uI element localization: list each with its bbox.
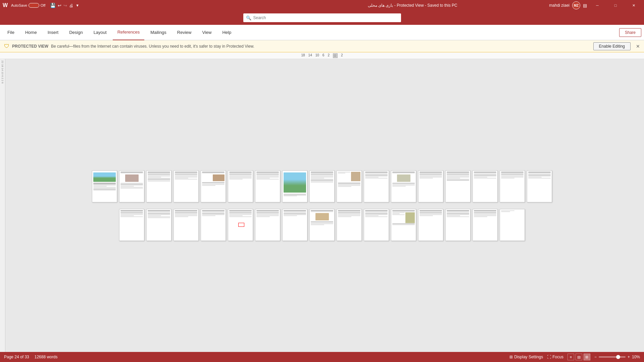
search-input[interactable] — [253, 15, 398, 20]
minimize-button[interactable]: ─ — [590, 0, 605, 11]
tab-layout[interactable]: Layout — [89, 25, 111, 40]
page-thumb-3[interactable] — [146, 170, 171, 202]
display-settings[interactable]: ⊞ Display Settings — [509, 355, 543, 359]
page-thumb-7[interactable] — [255, 170, 280, 202]
customize-icon[interactable]: ▼ — [76, 3, 79, 7]
tab-help[interactable]: Help — [217, 25, 236, 40]
thumb-image — [351, 172, 360, 181]
page-thumb-9[interactable] — [309, 170, 335, 202]
tab-home[interactable]: Home — [20, 25, 42, 40]
page-thumb-30[interactable] — [445, 209, 470, 241]
protected-view-label: PROTECTED VIEW — [12, 44, 48, 49]
page-info: Page 24 of 33 — [4, 355, 29, 359]
autosave-area: AutoSave Off — [11, 3, 45, 8]
left-ruler: 22 18 14 10 6 2 2 6 — [0, 59, 5, 352]
page-thumb-4[interactable] — [174, 170, 199, 202]
thumb-image — [284, 172, 306, 193]
thumbnails-row-1 — [92, 170, 552, 202]
redo-icon[interactable]: ↪ — [63, 3, 67, 8]
page-thumb-26[interactable] — [337, 209, 362, 241]
maximize-button[interactable]: □ — [608, 0, 623, 11]
thumb-image — [405, 212, 415, 223]
user-avatar[interactable]: MZ — [572, 1, 580, 9]
thumbnails-row-2 — [119, 209, 525, 241]
zoom-out-button[interactable]: − — [594, 355, 597, 359]
web-view-button[interactable]: ⊞ — [584, 354, 590, 360]
focus-icon: ⛶ — [547, 355, 551, 359]
page-thumb-10[interactable] — [337, 170, 362, 202]
page-thumb-25[interactable] — [309, 209, 335, 241]
ruler-mark: 10 — [315, 53, 319, 58]
tab-references[interactable]: References — [113, 25, 144, 40]
tab-design[interactable]: Design — [64, 25, 87, 40]
page-thumb-5[interactable] — [201, 170, 226, 202]
page-thumb-14[interactable] — [445, 170, 470, 202]
search-box[interactable]: 🔍 — [243, 13, 401, 22]
protected-bar-close[interactable]: ✕ — [636, 44, 640, 49]
protected-view-bar: 🛡 PROTECTED VIEW Be careful—files from t… — [0, 40, 644, 52]
read-view-button[interactable]: ≡ — [567, 354, 574, 360]
autosave-toggle[interactable] — [29, 3, 39, 8]
thumb-image — [213, 174, 225, 181]
page-thumb-12[interactable] — [391, 170, 416, 202]
statusbar-right: ⊞ Display Settings ⛶ Focus ≡ ▤ ⊞ − + 10% — [509, 354, 640, 360]
view-buttons: ≡ ▤ ⊞ — [567, 354, 590, 360]
print-preview-icon[interactable]: 🖨 — [69, 3, 73, 8]
thumb-image — [125, 174, 139, 182]
ruler: 18 14 10 6 2 ◻ 2 — [0, 52, 644, 59]
zoom-in-button[interactable]: + — [628, 355, 630, 359]
enable-editing-button[interactable]: Enable Editing — [593, 42, 631, 50]
ribbon: File Home Insert Design Layout Reference… — [0, 25, 644, 40]
titlebar: W AutoSave Off 💾 ↩ ↪ 🖨 ▼ بازی های محلی -… — [0, 0, 644, 11]
page-thumb-1[interactable] — [92, 170, 117, 202]
page-thumb-8[interactable] — [282, 170, 307, 202]
page-thumb-29[interactable] — [418, 209, 443, 241]
page-thumb-16[interactable] — [500, 170, 525, 202]
tab-file[interactable]: File — [3, 25, 19, 40]
titlebar-left: W AutoSave Off 💾 ↩ ↪ 🖨 ▼ — [3, 2, 276, 8]
ruler-mark: 14 — [308, 53, 312, 58]
autosave-state: Off — [41, 3, 45, 7]
red-highlight-box — [238, 223, 244, 227]
page-thumb-27[interactable] — [364, 209, 389, 241]
page-thumb-20[interactable] — [174, 209, 199, 241]
page-thumb-18[interactable] — [119, 209, 144, 241]
main-content: 22 18 14 10 6 2 2 6 — [0, 59, 644, 352]
page-thumb-31[interactable] — [473, 209, 498, 241]
thumb-image — [93, 172, 116, 182]
page-thumb-23[interactable] — [255, 209, 280, 241]
page-thumb-22[interactable] — [228, 209, 253, 241]
ruler-mark: 2 — [328, 53, 330, 58]
display-settings-icon: ⊞ — [509, 355, 513, 359]
close-button[interactable]: ✕ — [626, 0, 641, 11]
page-thumb-33[interactable] — [500, 209, 525, 241]
zoom-slider-thumb — [616, 355, 620, 359]
tab-review[interactable]: Review — [172, 25, 196, 40]
page-thumb-19[interactable] — [146, 209, 171, 241]
share-button[interactable]: Share — [619, 28, 641, 37]
page-thumb-17[interactable] — [527, 170, 552, 202]
zoom-slider[interactable] — [599, 356, 626, 358]
page-thumb-11[interactable] — [364, 170, 389, 202]
word-count: 12688 words — [35, 355, 58, 359]
page-thumb-13[interactable] — [418, 170, 443, 202]
tab-view[interactable]: View — [197, 25, 216, 40]
page-thumb-6[interactable] — [228, 170, 253, 202]
tab-mailings[interactable]: Mailings — [146, 25, 171, 40]
page-thumb-28[interactable] — [391, 209, 416, 241]
page-thumb-15[interactable] — [473, 170, 498, 202]
zoom-level: 10% — [632, 355, 640, 359]
undo-icon[interactable]: ↩ — [58, 3, 61, 8]
ruler-mark: 6 — [323, 53, 325, 58]
ribbon-display-icon[interactable]: ▤ — [583, 3, 587, 8]
tab-insert[interactable]: Insert — [43, 25, 63, 40]
focus-button[interactable]: ⛶ Focus — [547, 355, 563, 359]
page-thumb-21[interactable] — [201, 209, 226, 241]
save-icon[interactable]: 💾 — [50, 3, 56, 8]
page-thumb-2[interactable] — [119, 170, 144, 202]
page-thumb-24[interactable] — [282, 209, 307, 241]
searchbar: 🔍 — [0, 11, 644, 25]
ruler-marker: ◻ — [333, 53, 338, 58]
print-view-button[interactable]: ▤ — [576, 354, 582, 360]
statusbar: Page 24 of 33 12688 words ⊞ Display Sett… — [0, 352, 644, 362]
